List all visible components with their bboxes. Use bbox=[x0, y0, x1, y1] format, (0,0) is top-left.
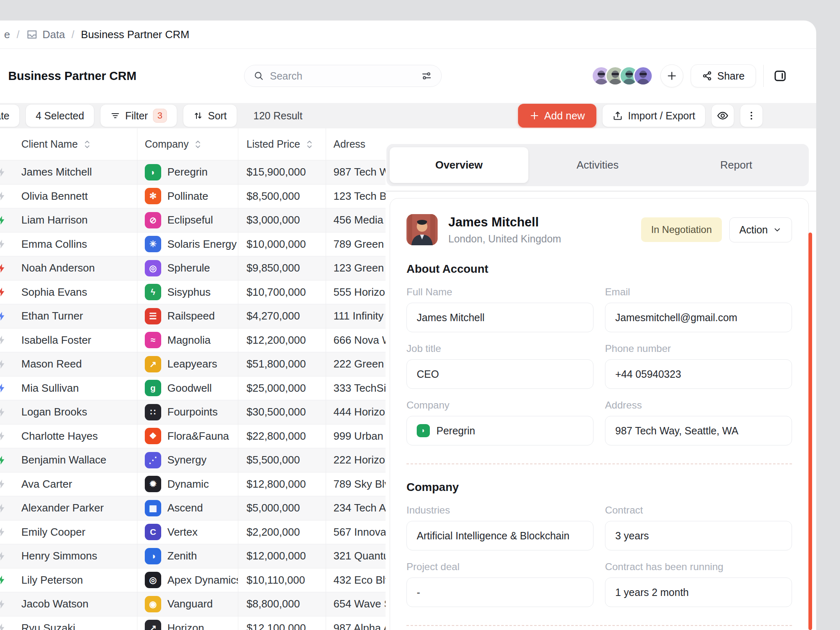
industries-input[interactable]: Artificial Intelligence & Blockchain bbox=[406, 521, 593, 550]
bolt-status-icon bbox=[0, 263, 7, 274]
client-name: Olivia Bennett bbox=[21, 190, 88, 203]
bolt-status-icon bbox=[0, 551, 7, 562]
column-sort-icon[interactable] bbox=[306, 139, 313, 149]
email-input[interactable]: Jamesmitchell@gmail.com bbox=[605, 303, 792, 332]
field-value: Artificial Intelligence & Blockchain bbox=[417, 530, 569, 542]
sort-icon bbox=[193, 111, 203, 121]
company-name: Fourpoints bbox=[167, 406, 218, 418]
action-button[interactable]: Action bbox=[729, 217, 792, 242]
client-name-cell: Logan Brooks bbox=[0, 400, 137, 424]
sort-label: Sort bbox=[208, 110, 227, 122]
date-button[interactable]: date bbox=[0, 104, 20, 127]
field-value: 3 years bbox=[615, 530, 649, 542]
about-field: Job titleCEO bbox=[406, 343, 593, 389]
company-name: Horizon bbox=[167, 622, 204, 630]
listed-price-cell: $10,000,000 bbox=[238, 233, 326, 256]
company-name: Vanguard bbox=[167, 598, 213, 610]
client-name-cell: Mason Reed bbox=[0, 352, 137, 376]
view-button[interactable] bbox=[711, 104, 734, 127]
company-cell: CVertex bbox=[137, 520, 238, 544]
company-logo-icon: ◎ bbox=[145, 260, 161, 276]
eye-icon bbox=[717, 110, 729, 122]
column-label: Company bbox=[145, 138, 189, 150]
listed-price-cell: $12,100,000 bbox=[238, 616, 326, 630]
column-sort-icon[interactable] bbox=[84, 139, 91, 149]
breadcrumb-separator-2: / bbox=[71, 29, 74, 41]
listed-price-cell: $5,500,000 bbox=[238, 448, 326, 472]
panel-toggle-button[interactable] bbox=[771, 67, 789, 85]
job-title-input[interactable]: CEO bbox=[406, 359, 593, 389]
bolt-status-icon bbox=[0, 191, 7, 201]
client-name: Ava Carter bbox=[21, 478, 72, 491]
listed-price-cell: $22,800,000 bbox=[238, 425, 326, 448]
search-input[interactable] bbox=[270, 70, 415, 82]
field-label: Job title bbox=[406, 343, 593, 354]
client-name: Logan Brooks bbox=[21, 406, 87, 418]
breadcrumb-data[interactable]: Data bbox=[26, 28, 65, 41]
profile-photo bbox=[406, 214, 438, 245]
bolt-status-icon bbox=[0, 527, 7, 537]
about-fields: Full NameJames MitchellEmailJamesmitchel… bbox=[406, 286, 792, 445]
search-settings-icon[interactable] bbox=[421, 70, 432, 82]
project-deal-input[interactable]: - bbox=[406, 578, 593, 607]
breadcrumb-tail[interactable]: e bbox=[4, 28, 10, 41]
add-new-button[interactable]: Add new bbox=[518, 104, 596, 128]
result-count: 120 Result bbox=[253, 110, 303, 122]
column-header-client-name[interactable]: Client Name bbox=[0, 128, 137, 160]
sort-button[interactable]: Sort bbox=[183, 104, 237, 127]
company-name: Solaris Energy bbox=[167, 238, 237, 251]
filter-button[interactable]: Filter 3 bbox=[100, 104, 177, 127]
column-label: Adress bbox=[333, 138, 365, 150]
company-name: Spherule bbox=[167, 262, 210, 274]
import-export-button[interactable]: Import / Export bbox=[602, 104, 705, 127]
avatar[interactable] bbox=[633, 66, 653, 86]
address-input[interactable]: 987 Tech Way, Seattle, WA bbox=[605, 416, 792, 445]
more-options-button[interactable] bbox=[740, 104, 763, 127]
search-bar[interactable] bbox=[244, 65, 442, 87]
company-fields: IndustriesArtificial Intelligence & Bloc… bbox=[406, 504, 792, 607]
company-logo-icon: ▦ bbox=[145, 500, 161, 516]
profile-identity: James Mitchell London, United Kingdom bbox=[448, 215, 561, 245]
company-input[interactable]: ◗Peregrin bbox=[406, 416, 593, 445]
full-name-input[interactable]: James Mitchell bbox=[406, 303, 593, 332]
company-name: Zenith bbox=[167, 550, 197, 562]
avatar-group[interactable] bbox=[591, 66, 653, 86]
client-name-cell: Benjamin Wallace bbox=[0, 448, 137, 472]
about-field: Address987 Tech Way, Seattle, WA bbox=[605, 399, 792, 445]
column-sort-icon[interactable] bbox=[194, 139, 201, 149]
company-logo-icon: g bbox=[145, 380, 161, 396]
page-title: Business Partner CRM bbox=[8, 69, 137, 83]
company-cell: ☰Railspeed bbox=[137, 304, 238, 328]
phone-number-input[interactable]: +44 05940323 bbox=[605, 359, 792, 389]
company-logo-icon: ⋰ bbox=[145, 452, 161, 468]
client-name: Ryu Suzaki bbox=[21, 622, 75, 630]
tab-overview[interactable]: Overview bbox=[390, 147, 528, 183]
company-cell: ◎Apex Dynamics bbox=[137, 568, 238, 592]
add-member-button[interactable] bbox=[660, 64, 683, 87]
share-label: Share bbox=[717, 70, 745, 82]
listed-price-cell: $10,110,000 bbox=[238, 568, 326, 592]
company-logo-icon: ☰ bbox=[145, 308, 161, 324]
selected-button[interactable]: 4 Selected bbox=[25, 104, 94, 127]
company-logo-icon: ✳ bbox=[145, 236, 161, 252]
listed-price-cell: $3,000,000 bbox=[238, 208, 326, 232]
tab-report[interactable]: Report bbox=[667, 147, 806, 183]
tab-activities[interactable]: Activities bbox=[528, 147, 667, 183]
company-logo-icon: ✹ bbox=[145, 476, 161, 492]
column-header-company[interactable]: Company bbox=[137, 128, 238, 160]
company-logo-icon: ◉ bbox=[145, 596, 161, 612]
app-window: e / Data / Business Partner CRM Business… bbox=[0, 21, 816, 630]
contract-has-been-running-input[interactable]: 1 years 2 month bbox=[605, 578, 792, 607]
panel-scrollbar[interactable] bbox=[808, 233, 812, 630]
company-cell: gGoodwell bbox=[137, 377, 238, 400]
client-name: Mia Sullivan bbox=[21, 382, 79, 395]
import-export-label: Import / Export bbox=[628, 110, 695, 122]
column-header-listed-price[interactable]: Listed Price bbox=[238, 128, 326, 160]
profile-row: James Mitchell London, United Kingdom In… bbox=[406, 214, 792, 245]
client-name: Mason Reed bbox=[21, 358, 82, 370]
share-button[interactable]: Share bbox=[691, 64, 756, 87]
client-name: Benjamin Wallace bbox=[21, 454, 106, 466]
company-logo-icon: ⊘ bbox=[145, 212, 161, 228]
contract-input[interactable]: 3 years bbox=[605, 521, 792, 550]
listed-price-cell: $4,270,000 bbox=[238, 304, 326, 328]
